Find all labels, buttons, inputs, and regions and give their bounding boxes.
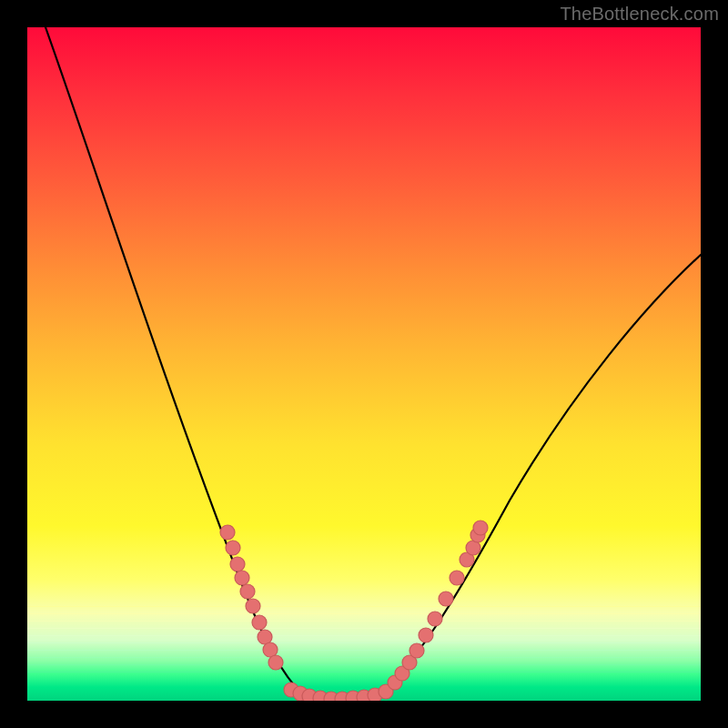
data-point	[252, 615, 267, 630]
data-point	[226, 541, 240, 555]
data-point	[439, 592, 453, 606]
chart-stage: TheBottleneck.com	[0, 0, 728, 728]
data-point	[220, 525, 235, 540]
data-point	[240, 584, 255, 599]
data-point	[410, 643, 424, 658]
curve-left	[46, 27, 305, 697]
data-point	[268, 655, 283, 670]
data-point	[246, 599, 260, 613]
data-point	[235, 571, 249, 585]
data-point	[428, 612, 442, 626]
data-point	[230, 557, 245, 571]
data-point	[419, 628, 433, 642]
data-point	[450, 571, 464, 585]
credit-label: TheBottleneck.com	[560, 4, 719, 25]
curve-svg	[27, 27, 701, 701]
data-point	[473, 521, 488, 535]
plot-frame	[27, 27, 701, 701]
